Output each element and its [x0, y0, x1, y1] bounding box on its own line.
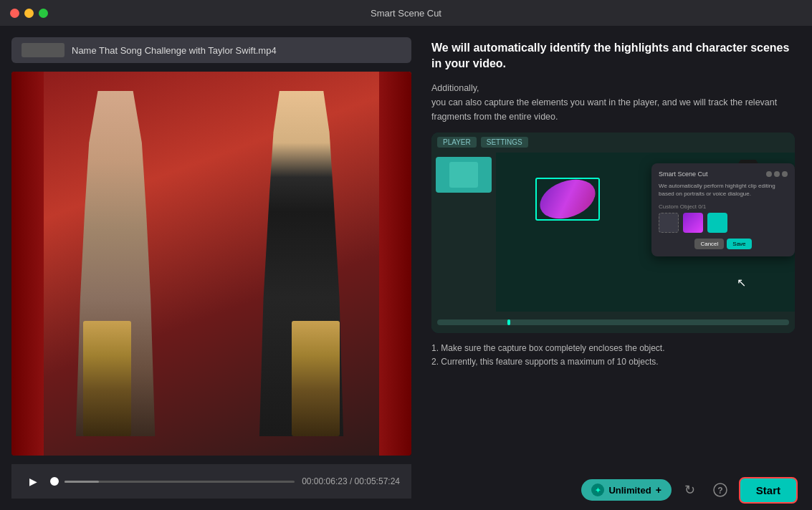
- timeline-position: [507, 319, 510, 325]
- dialog-cancel-button[interactable]: Cancel: [694, 239, 724, 249]
- cursor-icon: ↖: [737, 276, 748, 290]
- dialog-custom-label: Custom Object 0/1: [659, 203, 788, 210]
- smart-scene-dialog: Smart Scene Cut We automatically perform…: [651, 163, 795, 256]
- sub-description: Additionally, you can also capture the e…: [431, 81, 795, 124]
- dialog-close-btn[interactable]: [766, 171, 772, 177]
- dialog-body: We automatically perform highlight clip …: [659, 182, 788, 198]
- dialog-actions: Cancel Save: [659, 239, 788, 249]
- titlebar: Smart Scene Cut: [0, 0, 812, 26]
- traffic-lights: [10, 9, 48, 18]
- timeline-track[interactable]: [437, 319, 789, 325]
- right-panel: We will automatically identify the highl…: [423, 26, 812, 510]
- dialog-close-buttons: [766, 171, 788, 177]
- main-layout: Name That Song Challenge with Taylor Swi…: [0, 26, 812, 510]
- dialog-title: Smart Scene Cut: [659, 170, 708, 178]
- preview-thumb-inner: [449, 162, 478, 188]
- dialog-obj-disc: [683, 213, 703, 233]
- progress-bar[interactable]: [65, 481, 295, 483]
- preview-tab-settings[interactable]: SETTINGS: [481, 137, 528, 148]
- preview-toolbar: PLAYER SETTINGS: [431, 133, 795, 153]
- credits-plus-icon: +: [656, 484, 661, 496]
- preview-image: PLAYER SETTINGS: [431, 133, 795, 333]
- progress-dot[interactable]: [50, 477, 59, 486]
- dialog-objects-row: [659, 213, 788, 233]
- app-title: Smart Scene Cut: [371, 8, 441, 19]
- dialog-expand-btn[interactable]: [782, 171, 788, 177]
- preview-left-col: [431, 153, 496, 312]
- minimize-button[interactable]: [24, 9, 34, 18]
- svg-text:?: ?: [717, 486, 722, 496]
- progress-fill: [65, 481, 99, 483]
- dialog-minimize-btn[interactable]: [774, 171, 780, 177]
- curtain-left: [11, 72, 44, 456]
- dialog-obj-color: [707, 213, 727, 233]
- preview-canvas: ↖ Smart Scene Cut We a: [496, 153, 795, 312]
- preview-inner: PLAYER SETTINGS: [431, 133, 795, 333]
- fullscreen-button[interactable]: [39, 9, 48, 18]
- podium-left: [83, 321, 131, 436]
- credits-label: Unlimited: [608, 485, 651, 496]
- preview-timeline: [431, 312, 795, 333]
- credits-badge[interactable]: ✦ Unlimited +: [581, 479, 671, 501]
- help-button[interactable]: ?: [709, 478, 732, 501]
- close-button[interactable]: [10, 9, 19, 18]
- video-controls: ▶ 00:00:06:23 / 00:05:57:24: [11, 464, 411, 499]
- preview-thumb: [436, 157, 492, 193]
- preview-tab-player[interactable]: PLAYER: [437, 137, 477, 148]
- file-name: Name That Song Challenge with Taylor Swi…: [72, 45, 277, 56]
- main-heading: We will automatically identify the highl…: [431, 40, 795, 72]
- progress-container: [50, 477, 295, 486]
- bottom-bar: ✦ Unlimited + ↻ ? Start: [423, 470, 812, 510]
- dialog-save-button[interactable]: Save: [727, 239, 751, 249]
- notes-text: 1. Make sure the capture box completely …: [431, 342, 795, 369]
- preview-main-area: ↖ Smart Scene Cut We a: [431, 153, 795, 312]
- video-player[interactable]: [11, 72, 411, 456]
- podium-right: [292, 321, 340, 436]
- credits-icon: ✦: [591, 483, 604, 496]
- refresh-button[interactable]: ↻: [679, 478, 702, 501]
- dialog-obj-placeholder: [659, 213, 679, 233]
- video-frame: [11, 72, 411, 456]
- file-icon: [22, 43, 65, 57]
- file-bar: Name That Song Challenge with Taylor Swi…: [11, 37, 411, 63]
- dialog-titlebar: Smart Scene Cut: [659, 170, 788, 178]
- start-button[interactable]: Start: [739, 477, 798, 504]
- play-button[interactable]: ▶: [23, 471, 43, 491]
- selection-box: [535, 178, 600, 221]
- help-icon: ?: [713, 483, 727, 497]
- time-current: 00:00:06:23 / 00:05:57:24: [302, 476, 400, 486]
- curtain-right: [379, 72, 411, 456]
- left-panel: Name That Song Challenge with Taylor Swi…: [0, 26, 423, 510]
